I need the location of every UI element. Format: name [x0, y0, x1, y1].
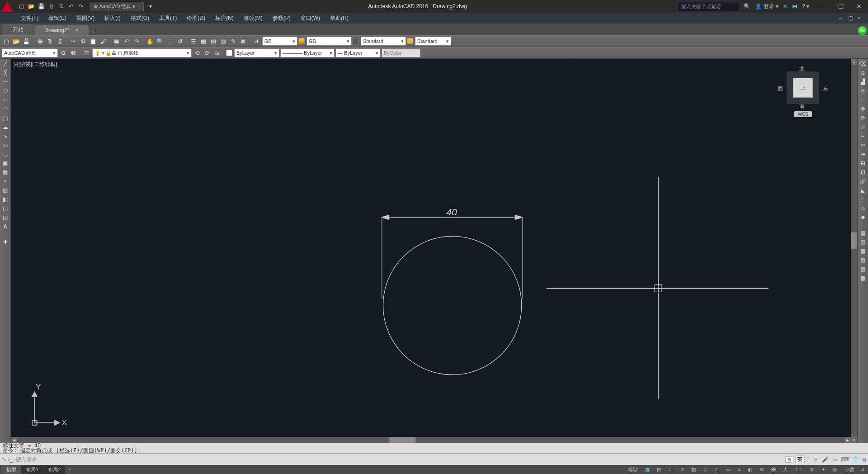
- mtext-icon[interactable]: A: [1, 223, 10, 231]
- designcenter-icon[interactable]: ▦: [199, 37, 208, 46]
- drawing-order-2-icon[interactable]: ▥: [859, 238, 868, 246]
- mdi-restore-button[interactable]: ▢: [848, 15, 855, 21]
- workspace-settings-icon[interactable]: ⚙: [59, 48, 68, 57]
- layer-match-icon[interactable]: ≋: [212, 48, 222, 57]
- plot-icon[interactable]: 🖶: [57, 2, 65, 10]
- block-editor-icon[interactable]: ▣: [112, 37, 121, 46]
- break-icon[interactable]: ⊡: [859, 168, 868, 176]
- tab-layout2[interactable]: 布局2: [43, 465, 65, 474]
- workspace-combo-2[interactable]: AutoCAD 经典▾: [2, 48, 58, 57]
- trim-icon[interactable]: ✂: [859, 141, 868, 149]
- tray-icon-5[interactable]: ⌨: [841, 456, 849, 463]
- close-button[interactable]: ✕: [850, 1, 868, 12]
- drawing-order-3-icon[interactable]: ▦: [859, 247, 868, 255]
- arc-icon[interactable]: ◠: [1, 105, 10, 113]
- redo-icon[interactable]: ↷: [132, 37, 141, 46]
- viewcube-west[interactable]: 西: [778, 85, 783, 93]
- ellipse-icon[interactable]: ⬭: [1, 141, 10, 149]
- app-logo-icon[interactable]: [2, 1, 13, 12]
- 3dosnap-icon[interactable]: ∠: [712, 467, 721, 473]
- mdi-close-button[interactable]: ×: [857, 15, 864, 21]
- undo-icon[interactable]: ↶: [67, 2, 75, 10]
- break-at-point-icon[interactable]: ⊟: [859, 159, 868, 167]
- hscroll-thumb[interactable]: [389, 437, 416, 443]
- tab-drawing2[interactable]: Drawing2* ×: [34, 25, 89, 35]
- polygon-icon[interactable]: ⬠: [1, 87, 10, 95]
- tray-icon-6[interactable]: 👕: [852, 456, 859, 463]
- quickcalc-icon[interactable]: 🖩: [239, 37, 248, 46]
- trial-badge[interactable]: 39: [858, 26, 867, 35]
- tab-close-icon[interactable]: ×: [75, 27, 79, 33]
- qat-more-icon[interactable]: ▾: [146, 2, 155, 10]
- point-icon[interactable]: •: [1, 177, 10, 185]
- menu-draw[interactable]: 绘图(D): [182, 14, 210, 23]
- zoom-previous-icon[interactable]: ↺: [175, 37, 184, 46]
- isodraft-icon[interactable]: ▨: [690, 467, 698, 473]
- command-input[interactable]: [15, 456, 784, 463]
- save-icon[interactable]: 💾: [22, 37, 31, 46]
- drawing-canvas[interactable]: [-][俯视][二维线框] 北 南 西 东 上 WCS 40: [11, 59, 857, 443]
- redo-icon[interactable]: ↷: [77, 2, 85, 10]
- textstyle-combo-2[interactable]: GB▾: [307, 37, 352, 46]
- tab-start[interactable]: 开始: [3, 24, 33, 35]
- selcycle-icon[interactable]: ⟲: [758, 467, 765, 473]
- menu-window[interactable]: 窗口(W): [296, 14, 325, 23]
- exchange-icon[interactable]: ✕: [783, 3, 788, 9]
- make-block-icon[interactable]: ▦: [1, 168, 10, 176]
- tray-icon-4[interactable]: ▭: [832, 456, 837, 463]
- erase-icon[interactable]: ⌫: [859, 60, 868, 68]
- paste-icon[interactable]: 📋: [89, 37, 98, 46]
- viewcube-south[interactable]: 南: [799, 103, 805, 110]
- dimstyle-swatch-icon[interactable]: [353, 38, 359, 44]
- menu-insert[interactable]: 插入(I): [100, 14, 125, 23]
- textstyle-combo-1[interactable]: GB▾: [262, 37, 297, 46]
- markup-icon[interactable]: ✎: [229, 37, 238, 46]
- scale-icon[interactable]: ⤢: [859, 123, 868, 131]
- annomonitor-icon[interactable]: 🕀: [769, 467, 778, 472]
- signin-button[interactable]: 👤 登录 ▾: [755, 3, 778, 10]
- tablestyle-combo[interactable]: Standard▾: [415, 37, 451, 46]
- transparency-icon[interactable]: ◐: [746, 467, 754, 473]
- viewcube-east[interactable]: 东: [823, 85, 828, 93]
- workspace-tools-icon[interactable]: 🛠: [69, 48, 78, 57]
- copy-icon[interactable]: ⧉: [79, 37, 88, 46]
- tray-icon-2[interactable]: ☺: [813, 456, 818, 463]
- spline-icon[interactable]: ∿: [1, 132, 10, 140]
- construction-line-icon[interactable]: ╳: [1, 69, 10, 77]
- horizontal-scrollbar[interactable]: ◀ ▶: [11, 437, 851, 443]
- menu-file[interactable]: 文件(F): [16, 14, 43, 23]
- tab-add-button[interactable]: +: [90, 27, 98, 35]
- sheetset-icon[interactable]: ▥: [219, 37, 228, 46]
- layout-add-button[interactable]: +: [66, 465, 74, 474]
- workspace-dropdown[interactable]: ⚙ AutoCAD 经典 ▾: [90, 2, 144, 11]
- rotate-icon[interactable]: ⟳: [859, 114, 868, 122]
- drawing-order-icon[interactable]: ▤: [859, 229, 868, 237]
- grid-toggle-icon[interactable]: ▦: [643, 467, 651, 473]
- line-icon[interactable]: ╱: [1, 60, 10, 68]
- cmd-handle-icon[interactable]: ⤡: [2, 456, 6, 463]
- tab-layout1[interactable]: 布局1: [21, 465, 43, 474]
- copy-obj-icon[interactable]: ⧉: [859, 69, 868, 77]
- viewcube[interactable]: 北 南 西 东 上: [780, 65, 826, 110]
- linetype-combo[interactable]: ———— ByLayer▾: [280, 48, 335, 57]
- scroll-up-icon[interactable]: ▲: [851, 59, 857, 65]
- polyline-icon[interactable]: 〰: [1, 78, 10, 86]
- status-model[interactable]: 模型: [626, 466, 640, 473]
- menu-dimension[interactable]: 标注(N): [211, 14, 238, 23]
- drawing-order-6-icon[interactable]: ▩: [859, 274, 868, 282]
- layer-dropdown[interactable]: 💡☀🔓🖶 ◻ 粗实线 ▾: [92, 48, 192, 57]
- extend-icon[interactable]: ⇥: [859, 150, 868, 158]
- publish-icon[interactable]: 🖨: [55, 37, 64, 46]
- fillet-icon[interactable]: ◜: [859, 195, 868, 204]
- tablestyle-swatch-icon[interactable]: [407, 38, 413, 44]
- chamfer-icon[interactable]: ◣: [859, 186, 868, 194]
- a360-icon[interactable]: ⧓: [792, 3, 797, 9]
- dimension-text[interactable]: 40: [447, 207, 458, 217]
- join-icon[interactable]: 🔗: [859, 177, 868, 185]
- ime-language[interactable]: 英: [795, 455, 805, 463]
- new-icon[interactable]: ▢: [17, 2, 25, 10]
- lwt-toggle-icon[interactable]: ≡: [736, 467, 742, 472]
- help-search-input[interactable]: 键入关键字或短语: [678, 2, 739, 11]
- open-icon[interactable]: 📂: [12, 37, 21, 46]
- menu-edit[interactable]: 编辑(E): [44, 14, 71, 23]
